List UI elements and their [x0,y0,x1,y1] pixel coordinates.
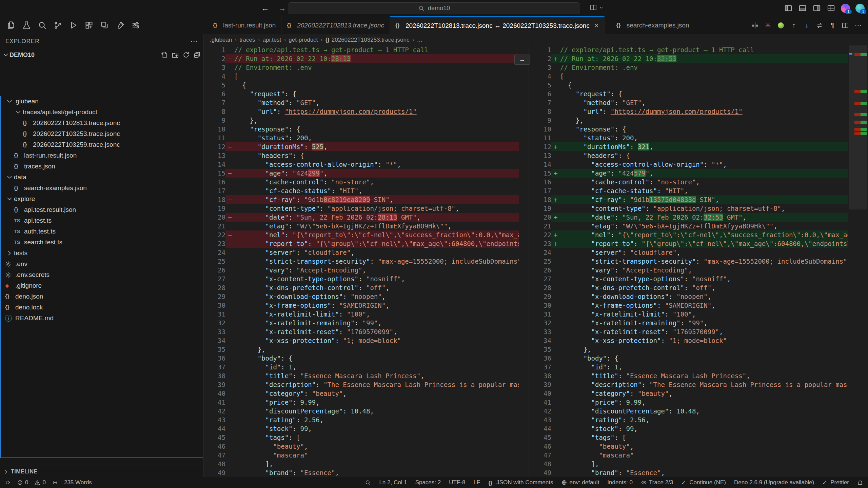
more-icon[interactable]: ⋯ [853,20,863,30]
code-line-12[interactable]: 12− "durationMs": 525, [204,142,519,151]
code-line-29[interactable]: 29 "x-download-options": "noopen", [204,292,519,301]
status-indents[interactable]: Indents: 0 [607,479,633,486]
code-line-38[interactable]: 38 "title": "Essence Mascara Lash Prince… [540,371,848,380]
code-line-19[interactable]: 19 "content-type": "application/json; ch… [204,204,519,213]
activity-sliders[interactable] [129,19,142,32]
code-line-3[interactable]: 3// Environment: .env [540,63,848,72]
code-line-1[interactable]: 1// explore/api.test.ts → get-product — … [204,45,519,54]
status-env[interactable]: env: default [561,479,599,486]
breadcrumb-item-glubean[interactable]: .glubean [210,37,232,43]
code-line-16[interactable]: 16 "cache-control": "no-store", [540,178,848,186]
swap-icon[interactable] [814,20,825,30]
layout-sidebar-right-icon[interactable] [812,4,821,13]
code-line-15[interactable]: 15− "age": "424299", [204,169,519,178]
layout-customize-icon[interactable] [827,4,835,13]
tree-item-readme-md[interactable]: iREADME.md [0,313,203,324]
code-line-17[interactable]: 17 "cf-cache-status": "HIT", [540,186,848,195]
tree-item-auth-test-ts[interactable]: TSauth.test.ts [0,226,203,237]
tab-20260222t102813-trace-jsonc-20260222t103253-trace-jsonc[interactable]: {}20260222T102813.trace.jsonc ↔ 20260222… [390,16,605,34]
tree-item-last-run-result-json[interactable]: {}last-run.result.json [0,150,203,161]
account-avatar[interactable]: 1 [855,4,865,13]
code-line-13[interactable]: 13 "headers": { [540,151,848,160]
code-line-29[interactable]: 29 "x-download-options": "noopen", [540,292,848,301]
code-line-30[interactable]: 30 "x-frame-options": "SAMEORIGIN", [540,301,848,310]
code-line-28[interactable]: 28 "x-dns-prefetch-control": "off", [540,283,848,292]
tree-item-api-test-result-json[interactable]: {}api.test.result.json [0,204,203,215]
code-line-34[interactable]: 34 "x-xss-protection": "1; mode=block" [204,336,519,345]
code-line-6[interactable]: 6 "request": { [540,89,848,98]
activity-files[interactable] [4,19,18,32]
code-line-5[interactable]: 5 { [204,81,519,89]
arrow-up-icon[interactable]: ↑ [789,20,799,30]
code-line-48[interactable]: 48 ], [204,460,519,468]
code-line-14[interactable]: 14 "access-control-allow-origin": "*", [204,160,519,169]
tree-item-api-test-ts[interactable]: TSapi.test.ts [0,215,203,226]
code-line-11[interactable]: 11 "status": 200, [204,134,519,142]
code-line-18[interactable]: 18− "cf-ray": "9d1b0c8219ea8209-SIN", [204,195,519,204]
code-line-20[interactable]: 20+ "date": "Sun, 22 Feb 2026 02:32:53 G… [540,213,848,222]
status-notifications[interactable] [857,480,863,486]
status-zoom[interactable] [365,480,371,486]
tree-item-explore[interactable]: explore [0,194,203,204]
diff-revert-arrow-button[interactable]: → [514,55,530,65]
tree-item-traces-json[interactable]: {}traces.json [0,161,203,172]
status-eol[interactable]: LF [473,479,480,486]
code-line-16[interactable]: 16 "cache-control": "no-store", [204,178,519,186]
status-warnings[interactable]: 0 [34,479,45,486]
tree-item-data[interactable]: data [0,172,203,183]
status-errors[interactable]: 0 [17,479,28,486]
activity-test-tube[interactable] [113,19,127,32]
collapse-all-icon[interactable] [193,51,201,59]
code-line-39[interactable]: 39 "description": "The Essence Mascara L… [540,380,848,389]
tree-item-env-secrets[interactable]: .env.secrets [0,269,203,280]
code-line-5[interactable]: 5 { [540,81,848,89]
code-line-1[interactable]: 1// explore/api.test.ts → get-product — … [540,45,848,54]
code-line-26[interactable]: 26 "vary": "Accept-Encoding", [204,266,519,274]
overview-ruler[interactable] [848,45,868,477]
code-line-24[interactable]: 24 "server": "cloudflare", [204,248,519,257]
code-line-25[interactable]: 25 "strict-transport-security": "max-age… [204,257,519,266]
code-line-32[interactable]: 32 "x-ratelimit-remaining": "99", [540,319,848,327]
status-deno-version[interactable]: Deno 2.6.9 (Upgrade available) [734,479,814,486]
split-editor-icon[interactable] [840,20,850,30]
code-line-33[interactable]: 33 "x-ratelimit-reset": "1769570099", [540,327,848,336]
new-folder-icon[interactable] [172,51,179,59]
tree-item-20260222t103259-trace-jsonc[interactable]: {}20260222T103259.trace.jsonc [0,139,203,150]
status-word-count[interactable]: 235 Words [64,479,92,486]
code-line-8[interactable]: 8 "url": "https://dummyjson.com/products… [540,107,848,116]
tab-20260222t102813-trace-jsonc[interactable]: {}20260222T102813.trace.jsonc [281,16,390,34]
breadcrumb-item-api-test[interactable]: api.test [263,37,281,43]
tab-search-examples-json[interactable]: {}search-examples.json [611,16,695,34]
code-line-13[interactable]: 13 "headers": { [204,151,519,160]
code-line-43[interactable]: 43 "rating": 2.56, [540,415,848,424]
copilot-avatar[interactable]: 1 [841,4,850,13]
code-line-46[interactable]: 46 "beauty", [540,442,848,451]
tree-item-tests[interactable]: tests [0,248,203,259]
status-encoding[interactable]: UTF-8 [449,479,465,486]
code-line-8[interactable]: 8 "url": "https://dummyjson.com/products… [204,107,519,116]
code-line-22[interactable]: 22+ "nel": "{\"report_to\":\"cf-nel\",\"… [540,230,848,239]
code-line-22[interactable]: 22− "nel": "{\"report_to\":\"cf-nel\",\"… [204,230,519,239]
code-line-36[interactable]: 36 "body": { [540,354,848,363]
activity-remote-layers[interactable] [98,19,111,32]
code-line-33[interactable]: 33 "x-ratelimit-reset": "1769570099", [204,327,519,336]
nav-back-icon[interactable]: ← [261,3,269,13]
code-line-32[interactable]: 32 "x-ratelimit-remaining": "99", [204,319,519,327]
code-line-42[interactable]: 42 "discountPercentage": 10.48, [540,407,848,415]
code-line-47[interactable]: 47 "mascara" [204,451,519,460]
code-line-34[interactable]: 34 "x-xss-protection": "1; mode=block" [540,336,848,345]
breadcrumb-item-get-product[interactable]: get-product [289,37,318,43]
tree-item-20260222t102813-trace-jsonc[interactable]: {}20260222T102813.trace.jsonc [0,118,203,128]
diff-sash[interactable] [529,45,529,477]
code-line-31[interactable]: 31 "x-ratelimit-limit": "100", [540,310,848,319]
code-line-48[interactable]: 48 ], [540,460,848,468]
code-line-11[interactable]: 11 "status": 200, [540,134,848,142]
code-line-4[interactable]: 4[ [204,72,519,81]
activity-beaker[interactable] [20,19,33,32]
code-line-14[interactable]: 14 "access-control-allow-origin": "*", [540,160,848,169]
code-line-12[interactable]: 12+ "durationMs": 321, [540,142,848,151]
code-line-45[interactable]: 45 "tags": [ [540,433,848,442]
tree-item-deno-lock[interactable]: {}deno.lock [0,302,203,313]
code-line-44[interactable]: 44 "stock": 99, [204,424,519,433]
status-trace[interactable]: Trace 2/3 [641,479,673,486]
